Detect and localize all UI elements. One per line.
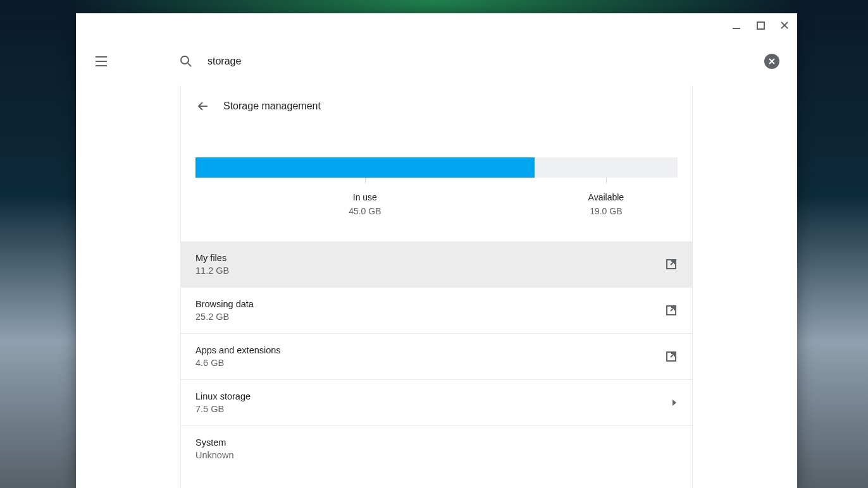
page-title: Storage management (223, 101, 321, 112)
search-area (127, 54, 797, 69)
caret-right-icon (671, 399, 678, 406)
settings-panel: Storage management In use 45.0 GB Avai (180, 85, 693, 488)
bar-ticks (195, 178, 678, 183)
open-external-icon (665, 304, 678, 317)
back-button[interactable] (195, 99, 211, 114)
storage-row-linux-storage[interactable]: Linux storage7.5 GB (180, 379, 693, 425)
row-texts: SystemUnknown (195, 437, 678, 460)
search-input[interactable] (208, 56, 764, 67)
row-texts: Browsing data25.2 GB (195, 299, 665, 322)
window-titlebar (76, 13, 797, 37)
row-value: 11.2 GB (195, 265, 665, 276)
row-title: Browsing data (195, 299, 665, 309)
storage-row-apps-and-extensions[interactable]: Apps and extensions4.6 GB (180, 333, 693, 379)
tick-available (606, 178, 607, 183)
clear-search-button[interactable] (764, 54, 779, 69)
row-texts: Apps and extensions4.6 GB (195, 345, 665, 368)
tick-in-use (365, 178, 366, 183)
search-row (76, 37, 797, 85)
row-title: Apps and extensions (195, 345, 665, 355)
open-external-icon (665, 350, 678, 363)
row-texts: Linux storage7.5 GB (195, 391, 671, 414)
storage-row-browsing-data[interactable]: Browsing data25.2 GB (180, 287, 693, 333)
maximize-button[interactable] (753, 18, 768, 33)
storage-bar (195, 157, 678, 178)
settings-window: Storage management In use 45.0 GB Avai (76, 13, 797, 488)
available-label: Available (535, 192, 678, 202)
minimize-button[interactable] (729, 18, 744, 33)
in-use-label: In use (195, 192, 535, 202)
row-title: Linux storage (195, 391, 671, 401)
content-area: Storage management In use 45.0 GB Avai (76, 85, 797, 488)
row-value: 7.5 GB (195, 404, 671, 414)
available-value: 19.0 GB (535, 206, 678, 216)
storage-row-my-files[interactable]: My files11.2 GB (180, 241, 693, 287)
storage-row-system[interactable]: SystemUnknown (180, 425, 693, 472)
storage-chart: In use 45.0 GB Available 19.0 GB (180, 127, 693, 241)
row-title: System (195, 437, 678, 448)
close-button[interactable] (777, 18, 792, 33)
in-use-value: 45.0 GB (195, 206, 535, 216)
svg-marker-18 (673, 400, 676, 406)
menu-button[interactable] (76, 56, 127, 67)
page-header: Storage management (180, 85, 693, 127)
row-value: 4.6 GB (195, 358, 665, 368)
storage-bar-fill (195, 157, 535, 178)
svg-point-7 (181, 56, 189, 64)
open-external-icon (665, 258, 678, 271)
row-value: 25.2 GB (195, 312, 665, 322)
svg-rect-1 (757, 22, 764, 29)
bar-col-in-use: In use 45.0 GB (195, 192, 535, 216)
row-texts: My files11.2 GB (195, 253, 665, 276)
storage-rows: My files11.2 GBBrowsing data25.2 GBApps … (180, 241, 693, 472)
row-title: My files (195, 253, 665, 263)
row-value: Unknown (195, 450, 678, 460)
svg-line-8 (188, 63, 191, 66)
search-icon (180, 55, 192, 68)
bar-col-available: Available 19.0 GB (535, 192, 678, 216)
bar-labels: In use 45.0 GB Available 19.0 GB (195, 192, 678, 216)
